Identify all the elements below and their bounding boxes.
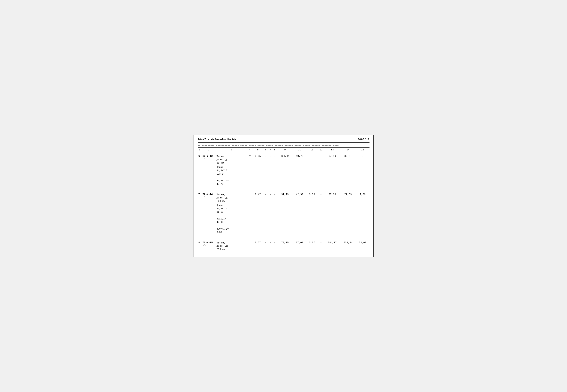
table-row: 8I2-У-I5-"-То же,диам. доI59 ммт3,57---7… bbox=[198, 241, 370, 252]
header-page: -34- bbox=[230, 138, 236, 141]
document-page: 904-I - 4/8 альбом10 -34- 8066/10 == ===… bbox=[194, 135, 374, 257]
row-number: 6 bbox=[198, 154, 202, 190]
row-col-10: 37,07 bbox=[293, 241, 306, 252]
row-code: I2-У-I4-"- bbox=[202, 193, 216, 238]
row-col-9: 79,75 bbox=[277, 241, 293, 252]
row-description: То же,диам. доI08 ммЦена:82,9хI,I=9I,I93… bbox=[216, 193, 248, 238]
header-left: 904-I - 4/8 bbox=[198, 138, 216, 141]
row-col-8: - bbox=[273, 193, 277, 238]
col-header-6: 6 bbox=[263, 148, 268, 152]
row-col-5: 0,65 bbox=[252, 154, 263, 190]
col-header-1: I bbox=[198, 148, 202, 152]
page-header: 904-I - 4/8 альбом10 -34- 8066/10 bbox=[198, 138, 370, 143]
table-row: 6I2-У-I2-"-То же,диам. до89 ммЦена:94,4х… bbox=[198, 154, 370, 190]
col-header-9: 9 bbox=[277, 148, 293, 152]
row-spacer bbox=[198, 190, 370, 193]
row-col-15: - bbox=[356, 154, 369, 190]
row-col-7: - bbox=[268, 241, 273, 252]
row-col-8: - bbox=[273, 154, 277, 190]
row-code: I2-У-I5-"- bbox=[202, 241, 216, 252]
row-col-6: - bbox=[263, 241, 268, 252]
row-col-14: I32,34 bbox=[340, 241, 356, 252]
row-col-4: т bbox=[248, 154, 252, 190]
row-col-10: 42,90 bbox=[293, 193, 306, 238]
row-col-4: т bbox=[248, 241, 252, 252]
col-header-7: 7 bbox=[268, 148, 273, 152]
col-header-15: I5 bbox=[356, 148, 369, 152]
row-col-13: 284,7I bbox=[324, 241, 340, 252]
row-col-5: 3,57 bbox=[252, 241, 263, 252]
row-col-12: - bbox=[318, 241, 324, 252]
row-col-10: 49,72 bbox=[293, 154, 306, 190]
col-header-5: 5 bbox=[252, 148, 263, 152]
col-header-10: IO bbox=[293, 148, 306, 152]
col-header-12: I2 bbox=[318, 148, 324, 152]
row-col-13: 37,39 bbox=[324, 193, 340, 238]
col-header-4: 4 bbox=[248, 148, 252, 152]
row-col-13: 67,49 bbox=[324, 154, 340, 190]
row-col-15: I,39 bbox=[356, 193, 369, 238]
main-table: I 2 3 4 5 6 7 8 9 IO II I2 I3 I4 I5 6I2-… bbox=[198, 147, 370, 251]
col-header-13: I3 bbox=[324, 148, 340, 152]
row-col-7: - bbox=[268, 193, 273, 238]
col-header-8: 8 bbox=[273, 148, 277, 152]
row-col-4: т bbox=[248, 193, 252, 238]
separator-lines: == ========= ========== ===== ===== ====… bbox=[198, 144, 370, 147]
row-col-11: 3,38 bbox=[306, 193, 318, 238]
row-col-14: 32,3I bbox=[340, 154, 356, 190]
row-col-6: - bbox=[263, 193, 268, 238]
row-col-9: I03,84 bbox=[277, 154, 293, 190]
header-right: 8066/10 bbox=[358, 138, 369, 141]
row-col-6: - bbox=[263, 154, 268, 190]
row-col-8: - bbox=[273, 241, 277, 252]
row-col-12: - bbox=[318, 193, 324, 238]
row-col-14: I7,59 bbox=[340, 193, 356, 238]
header-album: альбом10 bbox=[216, 138, 230, 141]
col-header-14: I4 bbox=[340, 148, 356, 152]
col-header-3: 3 bbox=[216, 148, 248, 152]
row-description: То же,диам. до89 ммЦена:94,4хI,I=I03,844… bbox=[216, 154, 248, 190]
row-spacer bbox=[198, 238, 370, 241]
row-number: 8 bbox=[198, 241, 202, 252]
row-col-7: - bbox=[268, 154, 273, 190]
row-col-11: - bbox=[306, 154, 318, 190]
sep-line-1: == ========= ========== ===== ===== ====… bbox=[198, 144, 370, 147]
row-number: 7 bbox=[198, 193, 202, 238]
row-col-11: 3,37 bbox=[306, 241, 318, 252]
row-description: То же,диам. доI59 мм bbox=[216, 241, 248, 252]
row-col-15: I2,03 bbox=[356, 241, 369, 252]
row-spacer bbox=[198, 152, 370, 154]
row-col-5: 0,4I bbox=[252, 193, 263, 238]
col-header-11: II bbox=[306, 148, 318, 152]
row-col-12: - bbox=[318, 154, 324, 190]
row-code: I2-У-I2-"- bbox=[202, 154, 216, 190]
col-header-2: 2 bbox=[202, 148, 216, 152]
row-col-9: 9I,I9 bbox=[277, 193, 293, 238]
table-header-row: I 2 3 4 5 6 7 8 9 IO II I2 I3 I4 I5 bbox=[198, 148, 370, 152]
table-row: 7I2-У-I4-"-То же,диам. доI08 ммЦена:82,9… bbox=[198, 193, 370, 238]
